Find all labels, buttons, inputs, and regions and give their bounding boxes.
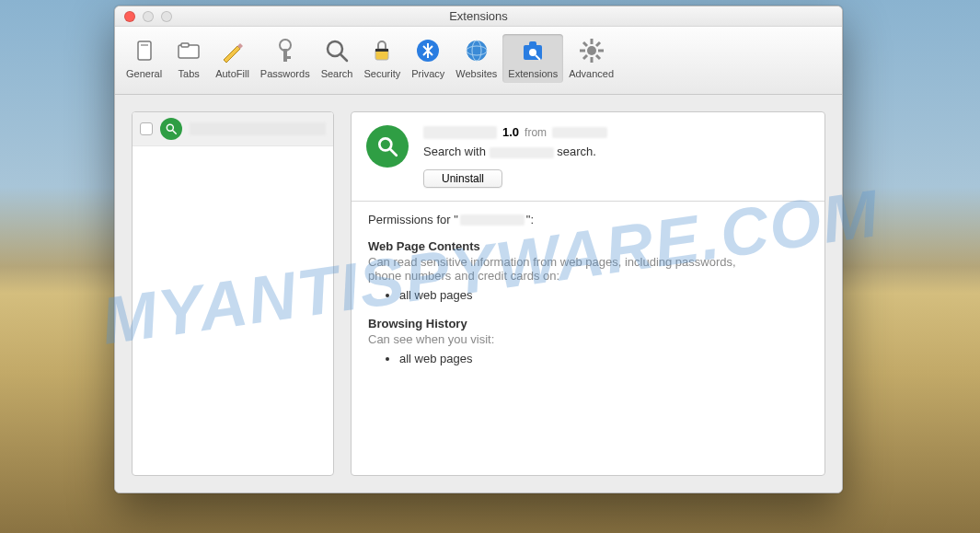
svg-rect-6 <box>283 56 291 59</box>
advanced-icon <box>577 36 606 65</box>
permission-list: all web pages <box>368 352 808 365</box>
tab-general[interactable]: General <box>121 34 167 83</box>
tab-privacy[interactable]: Privacy <box>406 34 450 83</box>
permission-block: Browsing History Can see when you visit:… <box>368 317 808 365</box>
window-title: Extensions <box>115 9 842 23</box>
svg-line-26 <box>596 42 600 46</box>
svg-rect-1 <box>141 44 148 46</box>
permissions-label-prefix: Permissions for " <box>368 213 458 226</box>
permission-heading: Browsing History <box>368 317 808 330</box>
tab-search[interactable]: Search <box>316 34 359 83</box>
tab-label: Websites <box>455 68 497 79</box>
tab-passwords[interactable]: Passwords <box>255 34 316 83</box>
extension-title-line: 1.0 from <box>423 125 810 139</box>
extension-name-redacted <box>423 126 497 139</box>
extension-icon-large <box>366 125 409 168</box>
svg-point-19 <box>587 46 596 55</box>
tab-autofill[interactable]: AutoFill <box>210 34 255 83</box>
description-redacted <box>490 147 554 158</box>
tab-security[interactable]: Security <box>358 34 406 83</box>
tab-label: AutoFill <box>215 68 249 79</box>
tab-advanced[interactable]: Advanced <box>563 34 619 83</box>
autofill-icon <box>217 36 247 65</box>
extension-vendor-redacted <box>552 127 607 138</box>
tab-label: Passwords <box>260 68 310 79</box>
svg-point-17 <box>529 49 536 56</box>
svg-line-29 <box>173 131 177 134</box>
tab-label: Security <box>363 68 400 79</box>
general-icon <box>130 36 159 65</box>
extension-detail-panel: 1.0 from Search with search. Uninstall P… <box>351 111 825 476</box>
privacy-icon <box>413 36 443 65</box>
permission-list-item: all web pages <box>399 352 808 365</box>
extension-name-redacted <box>190 122 326 135</box>
tab-label: Search <box>321 68 353 79</box>
extensions-sidebar <box>132 111 334 476</box>
tab-label: Privacy <box>411 68 444 79</box>
websites-icon <box>462 36 491 65</box>
permission-description: Can read sensitive information from web … <box>368 255 764 283</box>
uninstall-button[interactable]: Uninstall <box>423 169 502 188</box>
svg-rect-5 <box>283 49 287 62</box>
tab-label: Advanced <box>569 68 614 79</box>
extension-from-label: from <box>525 126 547 139</box>
svg-rect-3 <box>181 43 189 47</box>
preferences-toolbar: General Tabs AutoFill Passwords Search <box>115 27 842 95</box>
svg-line-8 <box>340 54 347 61</box>
tabs-icon <box>174 36 203 65</box>
extensions-icon <box>518 36 548 65</box>
extension-header: 1.0 from Search with search. Uninstall <box>352 112 824 202</box>
svg-rect-16 <box>529 41 536 47</box>
svg-point-12 <box>467 41 487 61</box>
extension-info: 1.0 from Search with search. Uninstall <box>423 125 810 188</box>
description-suffix: search. <box>557 145 596 158</box>
permissions-section: Permissions for " ": Web Page Contents C… <box>352 202 824 391</box>
security-icon <box>367 36 397 65</box>
preferences-window: Extensions General Tabs AutoFill Passwor… <box>114 6 843 493</box>
preferences-body: 1.0 from Search with search. Uninstall P… <box>115 95 842 492</box>
tab-extensions[interactable]: Extensions <box>502 34 563 83</box>
svg-line-27 <box>583 55 587 59</box>
extension-list-item[interactable] <box>133 112 333 146</box>
extension-version: 1.0 <box>502 125 519 139</box>
svg-rect-10 <box>375 49 388 52</box>
search-icon <box>322 36 352 65</box>
svg-line-24 <box>583 42 587 46</box>
tab-label: Extensions <box>508 68 558 79</box>
svg-line-31 <box>390 149 397 156</box>
permissions-label-suffix: ": <box>526 213 534 226</box>
permission-heading: Web Page Contents <box>368 239 808 253</box>
tab-label: Tabs <box>179 68 200 79</box>
svg-line-25 <box>596 55 600 59</box>
tab-tabs[interactable]: Tabs <box>167 34 210 83</box>
permission-block: Web Page Contents Can read sensitive inf… <box>368 239 808 302</box>
tab-label: General <box>126 68 162 79</box>
permission-list-item: all web pages <box>399 288 808 302</box>
titlebar: Extensions <box>115 6 842 27</box>
extension-enable-checkbox[interactable] <box>140 122 153 135</box>
description-prefix: Search with <box>423 145 486 158</box>
permission-list: all web pages <box>368 288 808 302</box>
extension-description: Search with search. <box>423 145 810 158</box>
passwords-icon <box>271 36 300 65</box>
tab-websites[interactable]: Websites <box>450 34 502 83</box>
permission-description: Can see when you visit: <box>368 332 764 346</box>
extension-icon <box>160 118 182 140</box>
permissions-name-redacted <box>460 214 525 226</box>
permissions-heading: Permissions for " ": <box>368 213 808 226</box>
